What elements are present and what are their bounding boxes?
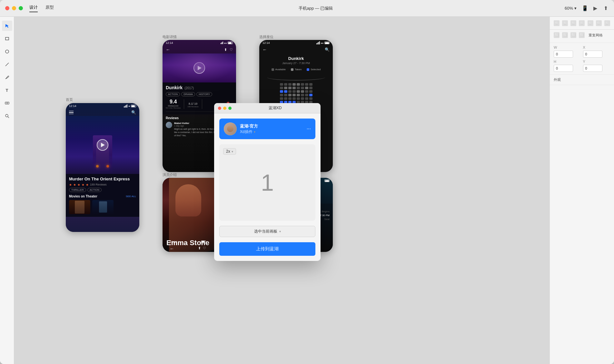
- popup-close[interactable]: [218, 107, 221, 110]
- grid-section: ⬜ ⬜ ⬜ ⬜ 重复网格: [550, 30, 614, 43]
- distribute-h-icon[interactable]: ⬜: [588, 20, 593, 26]
- seat[interactable]: [288, 87, 292, 89]
- seat[interactable]: [305, 90, 308, 93]
- paste-icon[interactable]: ⬜: [562, 32, 568, 38]
- seat[interactable]: [305, 87, 308, 89]
- popup-scale-badge[interactable]: 2x ▾: [223, 148, 236, 155]
- seat[interactable]: [305, 97, 308, 100]
- home-search-icon[interactable]: 🔍: [131, 110, 136, 115]
- seat-search-icon[interactable]: 🔍: [325, 47, 330, 52]
- align-center-h-icon[interactable]: ⬜: [562, 20, 568, 26]
- seat[interactable]: [280, 83, 283, 86]
- home-play-button[interactable]: [97, 139, 108, 151]
- legend-taken: Taken: [291, 68, 302, 71]
- seat[interactable]: [292, 90, 296, 93]
- actor-back[interactable]: ←: [170, 246, 174, 251]
- seat[interactable]: [292, 83, 296, 86]
- line-tool[interactable]: [2, 59, 12, 70]
- phone-icon[interactable]: 📱: [582, 5, 588, 12]
- y-input[interactable]: [583, 65, 602, 72]
- movie-thumb-1[interactable]: [69, 200, 90, 214]
- seat[interactable]: [284, 83, 287, 86]
- maximize-button[interactable]: [19, 6, 23, 10]
- align-left-icon[interactable]: ⬜: [554, 20, 560, 26]
- seat[interactable]: [301, 94, 304, 96]
- align-bottom-icon[interactable]: ⬜: [604, 20, 610, 26]
- seat[interactable]: [284, 87, 287, 89]
- imdb-sub: 189 Reviews: [187, 106, 198, 108]
- seat[interactable]: [280, 90, 283, 93]
- seat-back-arrow[interactable]: ←: [262, 47, 267, 52]
- seat[interactable]: [288, 90, 292, 93]
- play-icon[interactable]: ▶: [592, 5, 599, 12]
- ellipse-tool[interactable]: [2, 46, 12, 57]
- copy-icon[interactable]: ⬜: [554, 32, 560, 38]
- x-input[interactable]: [583, 51, 602, 58]
- actor-heart[interactable]: ♡: [203, 246, 206, 251]
- home-movie-title: Murder On The Orient Express: [69, 177, 136, 182]
- screen-curve: [267, 74, 325, 81]
- close-button[interactable]: [5, 6, 9, 10]
- seat[interactable]: [301, 90, 304, 93]
- seat[interactable]: [288, 97, 292, 100]
- select-tool[interactable]: [2, 21, 12, 31]
- seat[interactable]: [297, 90, 300, 93]
- align-top-icon[interactable]: ⬜: [579, 20, 585, 26]
- seat[interactable]: [297, 97, 300, 100]
- detail-heart-icon[interactable]: ♡: [230, 48, 233, 52]
- select-chevron-icon: ▾: [279, 230, 281, 233]
- seat[interactable]: [292, 94, 296, 96]
- detail-upload-icon[interactable]: ⬆: [224, 48, 227, 52]
- tab-design[interactable]: 设计: [29, 5, 38, 12]
- minimize-button[interactable]: [12, 6, 16, 10]
- seat[interactable]: [297, 87, 300, 89]
- group-icon[interactable]: ⬜: [570, 32, 576, 38]
- popup-upload-button[interactable]: 上传到蓝湖: [219, 242, 315, 256]
- actor-upload[interactable]: ⬆: [198, 246, 201, 251]
- seat[interactable]: [309, 97, 312, 100]
- seat[interactable]: [305, 83, 308, 86]
- ungroup-icon[interactable]: ⬜: [579, 32, 585, 38]
- movie-thumb-2[interactable]: [92, 200, 114, 214]
- distribute-v-icon[interactable]: ⬜: [596, 20, 602, 26]
- text-tool[interactable]: T: [2, 85, 12, 95]
- hamburger-menu[interactable]: [69, 111, 74, 114]
- seat[interactable]: [297, 94, 300, 96]
- seat[interactable]: [292, 87, 296, 89]
- seat[interactable]: [284, 94, 287, 96]
- seat[interactable]: [280, 94, 283, 96]
- seat[interactable]: [292, 97, 296, 100]
- seat[interactable]: [284, 90, 287, 93]
- export-icon[interactable]: ⬆: [602, 5, 609, 12]
- tab-prototype[interactable]: 原型: [45, 5, 54, 12]
- back-arrow[interactable]: ←: [166, 47, 170, 52]
- home-see-all[interactable]: SEE ALL: [126, 195, 136, 198]
- seat[interactable]: [309, 83, 312, 86]
- seat[interactable]: [284, 97, 287, 100]
- w-input[interactable]: [554, 51, 573, 58]
- pen-tool[interactable]: [2, 72, 12, 82]
- popup-more-button[interactable]: ···: [307, 126, 311, 132]
- seat[interactable]: [301, 83, 304, 86]
- seat[interactable]: [301, 87, 304, 89]
- popup-maximize[interactable]: [228, 107, 232, 110]
- seat[interactable]: [301, 97, 304, 100]
- seat[interactable]: [309, 94, 312, 96]
- seat[interactable]: [297, 83, 300, 86]
- w-field-group: W: [554, 45, 581, 58]
- seat[interactable]: [309, 90, 312, 93]
- seat[interactable]: [288, 83, 292, 86]
- align-right-icon[interactable]: ⬜: [570, 20, 576, 26]
- seat[interactable]: [288, 94, 292, 96]
- popup-select-board-button[interactable]: 选中当前画板 ▾: [219, 226, 315, 237]
- seat[interactable]: [309, 87, 312, 89]
- seat[interactable]: [305, 94, 308, 96]
- seat[interactable]: [280, 97, 283, 100]
- zoom-control[interactable]: 60% ▾: [565, 6, 577, 11]
- component-tool[interactable]: [2, 98, 12, 108]
- seat[interactable]: [280, 87, 283, 89]
- popup-minimize[interactable]: [223, 107, 226, 110]
- zoom-tool[interactable]: [2, 111, 12, 121]
- h-input[interactable]: [554, 65, 573, 72]
- rectangle-tool[interactable]: [2, 34, 12, 44]
